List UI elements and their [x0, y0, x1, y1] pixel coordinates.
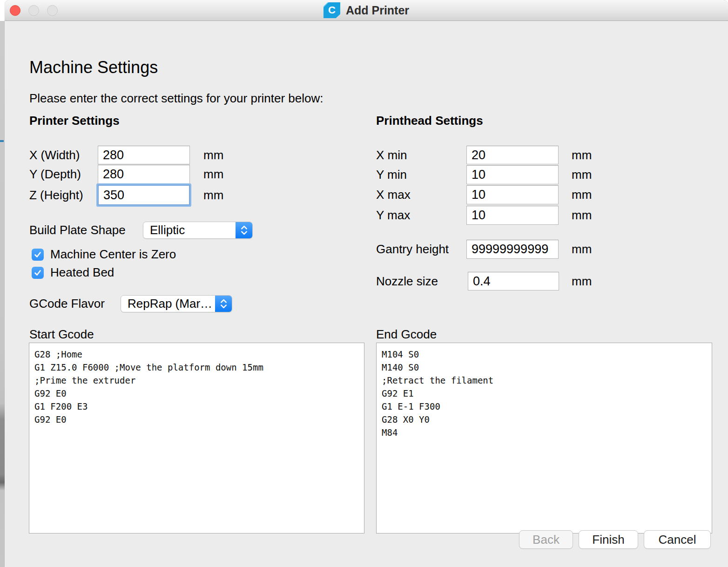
x-max-label: X max	[376, 185, 411, 204]
gantry-height-label: Gantry height	[376, 240, 449, 259]
dialog-content: Machine Settings Please enter the correc…	[5, 21, 728, 567]
build-plate-shape-label: Build Plate Shape	[29, 222, 126, 239]
build-plate-shape-dropdown[interactable]: Elliptic	[143, 222, 253, 239]
end-gcode-label: End Gcode	[376, 327, 437, 342]
start-gcode-textarea[interactable]: G28 ;Home G1 Z15.0 F6000 ;Move the platf…	[29, 343, 364, 533]
title-group: C Add Printer	[5, 0, 728, 20]
title-bar: C Add Printer	[5, 0, 728, 21]
machine-center-zero-label: Machine Center is Zero	[50, 247, 176, 262]
y-max-label: Y max	[376, 206, 410, 225]
dropdown-arrows-icon	[236, 222, 252, 238]
x-width-input[interactable]	[98, 146, 190, 164]
y-depth-input[interactable]	[98, 165, 190, 184]
z-height-unit: mm	[203, 185, 223, 205]
page-title: Machine Settings	[29, 58, 158, 77]
background-strip	[0, 21, 5, 567]
start-gcode-label: Start Gcode	[29, 327, 94, 342]
y-max-input[interactable]	[466, 206, 559, 225]
machine-center-zero-checkbox[interactable]: Machine Center is Zero	[32, 247, 176, 262]
gantry-height-unit: mm	[572, 240, 592, 259]
checkbox-checked-icon	[32, 267, 44, 279]
gcode-flavor-value: RepRap (Mar…	[121, 297, 215, 311]
y-min-label: Y min	[376, 165, 407, 184]
x-max-unit: mm	[572, 185, 592, 204]
checkbox-checked-icon	[32, 249, 44, 261]
gcode-flavor-label: GCode Flavor	[29, 295, 105, 312]
heated-bed-checkbox[interactable]: Heated Bed	[32, 265, 114, 280]
y-min-input[interactable]	[466, 165, 559, 184]
back-button[interactable]: Back	[519, 530, 573, 549]
add-printer-dialog: C Add Printer Machine Settings Please en…	[5, 0, 728, 567]
gcode-flavor-dropdown[interactable]: RepRap (Mar…	[121, 295, 232, 312]
printer-settings-heading: Printer Settings	[29, 114, 120, 128]
gantry-height-input[interactable]	[466, 240, 559, 259]
page-subtitle: Please enter the correct settings for yo…	[29, 91, 324, 106]
finish-button[interactable]: Finish	[579, 530, 638, 549]
nozzle-size-label: Nozzle size	[376, 272, 438, 290]
y-depth-label: Y (Depth)	[29, 165, 81, 184]
end-gcode-textarea[interactable]: M104 S0 M140 S0 ;Retract the filament G9…	[376, 343, 712, 533]
z-height-input[interactable]	[98, 185, 190, 205]
y-depth-unit: mm	[203, 165, 223, 184]
x-max-input[interactable]	[466, 185, 559, 204]
x-min-input[interactable]	[466, 146, 559, 164]
nozzle-size-unit: mm	[572, 272, 592, 290]
heated-bed-label: Heated Bed	[50, 265, 114, 280]
x-min-unit: mm	[572, 146, 592, 164]
nozzle-size-input[interactable]	[468, 272, 559, 290]
printhead-settings-heading: Printhead Settings	[376, 114, 483, 128]
x-width-unit: mm	[203, 146, 223, 164]
x-width-label: X (Width)	[29, 146, 80, 164]
cura-app-icon: C	[324, 2, 340, 18]
y-min-unit: mm	[572, 165, 592, 184]
cura-icon-letter: C	[328, 5, 336, 15]
screen: C Add Printer Machine Settings Please en…	[0, 0, 728, 567]
background-artifact	[0, 140, 4, 142]
window-title: Add Printer	[346, 4, 409, 17]
cancel-button[interactable]: Cancel	[644, 530, 711, 549]
x-min-label: X min	[376, 146, 407, 164]
z-height-label: Z (Height)	[29, 185, 83, 205]
dropdown-arrows-icon	[215, 296, 232, 312]
y-max-unit: mm	[572, 206, 592, 225]
build-plate-shape-value: Elliptic	[143, 223, 236, 237]
